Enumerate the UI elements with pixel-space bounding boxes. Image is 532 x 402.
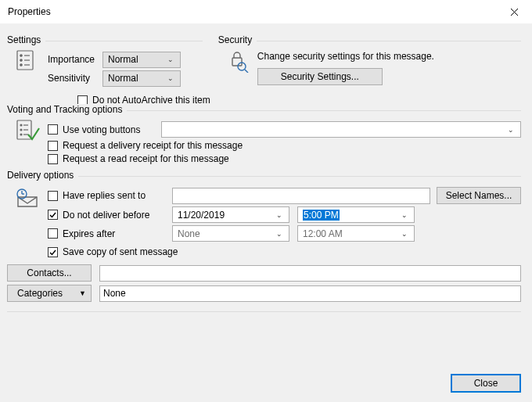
contacts-input[interactable] <box>99 265 521 282</box>
expires-date: None <box>178 228 200 239</box>
svg-point-13 <box>20 129 22 131</box>
expires-checkbox[interactable] <box>48 228 58 239</box>
categories-button[interactable]: Categories ▼ <box>7 285 92 302</box>
delivery-group: Delivery options Have replies sent to <box>7 176 521 317</box>
not-before-date-select[interactable]: 11/20/2019 ⌄ <box>172 206 289 223</box>
security-settings-button[interactable]: Security Settings... <box>257 68 383 85</box>
chevron-down-icon: ⌄ <box>398 211 411 219</box>
categories-input[interactable]: None <box>99 285 521 302</box>
not-before-time: 5:00 PM <box>303 210 340 221</box>
use-voting-checkbox[interactable] <box>48 124 58 135</box>
contacts-button[interactable]: Contacts... <box>7 264 92 282</box>
sensitivity-select[interactable]: Normal ⌄ <box>102 70 181 87</box>
save-copy-checkbox[interactable] <box>48 247 58 257</box>
svg-point-5 <box>20 64 22 66</box>
svg-point-3 <box>20 59 22 61</box>
expires-time-select[interactable]: 12:00 AM ⌄ <box>297 225 415 242</box>
importance-label: Importance <box>43 54 102 65</box>
security-icon <box>218 49 257 85</box>
svg-point-15 <box>20 134 22 135</box>
svg-line-9 <box>245 70 248 73</box>
dropdown-arrow-icon: ▼ <box>79 289 86 297</box>
svg-point-1 <box>20 55 22 56</box>
delivery-receipt-label: Request a delivery receipt for this mess… <box>63 140 243 151</box>
voting-icon <box>7 119 48 167</box>
settings-legend: Settings <box>7 34 45 45</box>
not-before-checkbox[interactable] <box>48 210 58 220</box>
chevron-down-icon: ⌄ <box>505 126 517 134</box>
voting-group: Voting and Tracking options Use voting b… <box>7 110 521 171</box>
not-before-label: Do not deliver before <box>63 210 172 221</box>
read-receipt-label: Request a read receipt for this message <box>63 153 229 164</box>
sensitivity-value: Normal <box>108 73 138 84</box>
settings-group: Settings Importance <box>7 41 203 93</box>
save-copy-label: Save copy of sent message <box>63 246 178 257</box>
replies-input[interactable] <box>172 188 430 204</box>
chevron-down-icon: ⌄ <box>273 211 286 219</box>
expires-time: 12:00 AM <box>303 228 343 239</box>
voting-legend: Voting and Tracking options <box>7 104 127 115</box>
security-desc: Change security settings for this messag… <box>257 51 521 62</box>
expires-date-select[interactable]: None ⌄ <box>172 225 289 242</box>
window-title: Properties <box>8 6 51 17</box>
svg-rect-7 <box>232 58 242 66</box>
replies-checkbox[interactable] <box>48 191 58 201</box>
not-before-date: 11/20/2019 <box>178 210 225 221</box>
sensitivity-label: Sensitivity <box>43 73 102 84</box>
properties-icon <box>7 49 43 88</box>
importance-select[interactable]: Normal ⌄ <box>102 52 181 68</box>
chevron-down-icon: ⌄ <box>164 56 177 63</box>
select-names-button[interactable]: Select Names... <box>437 187 521 204</box>
chevron-down-icon: ⌄ <box>164 74 177 82</box>
use-voting-label: Use voting buttons <box>63 124 161 135</box>
importance-value: Normal <box>108 54 138 65</box>
replies-label: Have replies sent to <box>63 190 172 201</box>
chevron-down-icon: ⌄ <box>398 230 411 238</box>
expires-label: Expires after <box>63 228 172 239</box>
delivery-receipt-checkbox[interactable] <box>48 141 58 151</box>
delivery-legend: Delivery options <box>7 170 78 181</box>
read-receipt-checkbox[interactable] <box>48 154 58 164</box>
voting-buttons-select[interactable]: ⌄ <box>161 121 521 138</box>
titlebar: Properties <box>0 0 532 23</box>
close-icon[interactable] <box>496 0 532 23</box>
svg-point-11 <box>20 124 22 126</box>
chevron-down-icon: ⌄ <box>273 230 286 238</box>
security-group: Security Change security settings for th… <box>218 41 521 93</box>
security-legend: Security <box>218 34 257 45</box>
not-before-time-select[interactable]: 5:00 PM ⌄ <box>297 206 415 223</box>
delivery-icon <box>7 185 48 260</box>
close-button[interactable]: Close <box>451 374 521 393</box>
